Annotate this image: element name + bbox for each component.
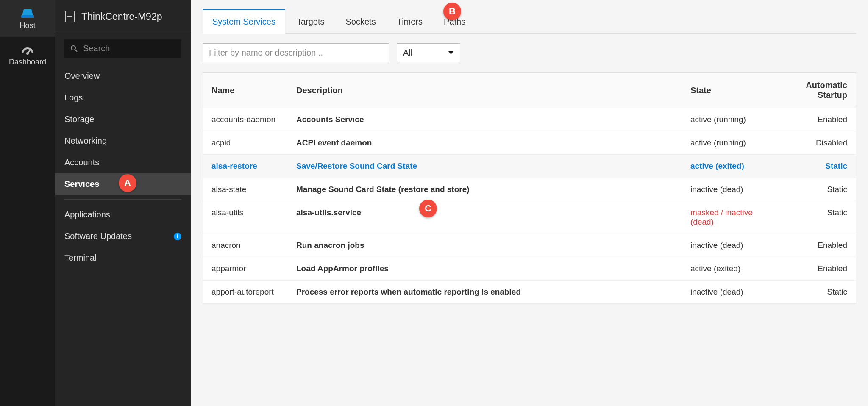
cell-description-text: alsa-utils.service — [296, 208, 361, 217]
cell-name: alsa-restore — [203, 155, 288, 178]
tab-system-services[interactable]: System Services — [203, 9, 285, 34]
cell-startup: Enabled — [771, 108, 856, 131]
cell-name: alsa-utils — [203, 201, 288, 234]
cell-name: apparmor — [203, 257, 288, 281]
main-content: System Services Targets Sockets Timers P… — [191, 0, 868, 406]
search-icon — [70, 45, 78, 53]
cell-description: Accounts Service — [288, 108, 682, 131]
table-row[interactable]: accounts-daemon Accounts Service active … — [203, 108, 856, 131]
annotation-c: C — [419, 200, 437, 217]
nav-label: Networking — [64, 136, 107, 146]
cell-state: inactive (dead) — [682, 178, 771, 201]
filter-select-value: All — [403, 48, 412, 58]
cell-description: Run anacron jobs — [288, 234, 682, 257]
server-icon — [20, 8, 35, 19]
cell-description: Process error reports when automatic rep… — [288, 281, 682, 304]
services-table: Name Description State Automatic Startup… — [203, 72, 856, 304]
cell-startup: Disabled — [771, 131, 856, 155]
nav-overview[interactable]: Overview — [55, 65, 191, 87]
left-rail: Host Dashboard — [0, 0, 55, 406]
svg-line-7 — [75, 50, 77, 52]
sidebar: ThinkCentre-M92p Overview Logs Storage N… — [55, 0, 191, 406]
cell-startup: Enabled — [771, 234, 856, 257]
col-description[interactable]: Description — [288, 73, 682, 108]
host-name: ThinkCentre-M92p — [81, 11, 162, 22]
cell-startup: Static — [771, 201, 856, 234]
table-row[interactable]: alsa-restore Save/Restore Sound Card Sta… — [203, 155, 856, 178]
nav-label: Services — [64, 179, 99, 189]
nav-software-updates[interactable]: Software Updates i — [55, 225, 191, 247]
cell-name: acpid — [203, 131, 288, 155]
gauge-icon — [21, 45, 34, 55]
cell-state: active (exited) — [682, 257, 771, 281]
cell-state: inactive (dead) — [682, 281, 771, 304]
sidebar-search[interactable] — [64, 39, 181, 58]
nav-logs[interactable]: Logs — [55, 87, 191, 108]
sidebar-search-input[interactable] — [83, 44, 175, 53]
table-row[interactable]: alsa-state Manage Sound Card State (rest… — [203, 178, 856, 201]
cell-description: ACPI event daemon — [288, 131, 682, 155]
table-row[interactable]: acpid ACPI event daemon active (running)… — [203, 131, 856, 155]
cell-startup: Enabled — [771, 257, 856, 281]
nav-label: Logs — [64, 93, 83, 103]
nav-label: Overview — [64, 71, 100, 81]
cell-description: Load AppArmor profiles — [288, 257, 682, 281]
tab-timers[interactable]: Timers — [387, 10, 432, 33]
col-state[interactable]: State — [682, 73, 771, 108]
table-row[interactable]: apparmor Load AppArmor profiles active (… — [203, 257, 856, 281]
nav-label: Software Updates — [64, 231, 132, 241]
svg-point-6 — [71, 46, 75, 50]
nav-label: Terminal — [64, 253, 97, 263]
annotation-b: B — [443, 3, 461, 20]
cell-description: Manage Sound Card State (restore and sto… — [288, 178, 682, 201]
cell-state: active (running) — [682, 108, 771, 131]
nav-label: Applications — [64, 210, 110, 220]
cell-state: active (exited) — [682, 155, 771, 178]
tab-targets[interactable]: Targets — [287, 10, 334, 33]
nav-applications[interactable]: Applications — [55, 204, 191, 225]
host-icon — [64, 10, 75, 23]
table-row[interactable]: alsa-utils alsa-utils.service C masked /… — [203, 201, 856, 234]
nav-divider — [64, 199, 181, 200]
rail-label-dashboard: Dashboard — [9, 58, 46, 67]
nav-networking[interactable]: Networking — [55, 130, 191, 152]
host-header: ThinkCentre-M92p — [55, 8, 191, 33]
tab-sockets[interactable]: Sockets — [336, 10, 386, 33]
nav-accounts[interactable]: Accounts — [55, 152, 191, 173]
cell-startup: Static — [771, 281, 856, 304]
annotation-a: A — [119, 174, 136, 192]
filter-input[interactable] — [203, 43, 389, 62]
rail-item-host[interactable]: Host — [0, 0, 55, 37]
svg-line-2 — [28, 50, 30, 53]
filter-select[interactable]: All — [397, 43, 460, 62]
cell-startup: Static — [771, 178, 856, 201]
nav-label: Accounts — [64, 158, 99, 167]
cell-name: accounts-daemon — [203, 108, 288, 131]
col-name[interactable]: Name — [203, 73, 288, 108]
rail-label-host: Host — [19, 21, 35, 30]
chevron-down-icon — [448, 51, 454, 55]
cell-state: masked / inactive (dead) — [682, 201, 771, 234]
col-startup[interactable]: Automatic Startup — [771, 73, 856, 108]
table-row[interactable]: anacron Run anacron jobs inactive (dead)… — [203, 234, 856, 257]
cell-name: anacron — [203, 234, 288, 257]
svg-rect-0 — [21, 15, 34, 18]
nav-label: Storage — [64, 114, 94, 124]
table-row[interactable]: apport-autoreport Process error reports … — [203, 281, 856, 304]
cell-description: alsa-utils.service C — [288, 201, 682, 234]
nav-terminal[interactable]: Terminal — [55, 247, 191, 269]
cell-state: inactive (dead) — [682, 234, 771, 257]
cell-description: Save/Restore Sound Card State — [288, 155, 682, 178]
cell-startup: Static — [771, 155, 856, 178]
cell-state: active (running) — [682, 131, 771, 155]
tabs: System Services Targets Sockets Timers P… — [203, 8, 856, 34]
info-icon: i — [174, 233, 181, 240]
cell-name: apport-autoreport — [203, 281, 288, 304]
cell-name: alsa-state — [203, 178, 288, 201]
sidebar-nav: Overview Logs Storage Networking Account… — [55, 61, 191, 273]
rail-item-dashboard[interactable]: Dashboard — [0, 37, 55, 73]
nav-storage[interactable]: Storage — [55, 108, 191, 130]
nav-services[interactable]: Services A — [55, 173, 191, 195]
